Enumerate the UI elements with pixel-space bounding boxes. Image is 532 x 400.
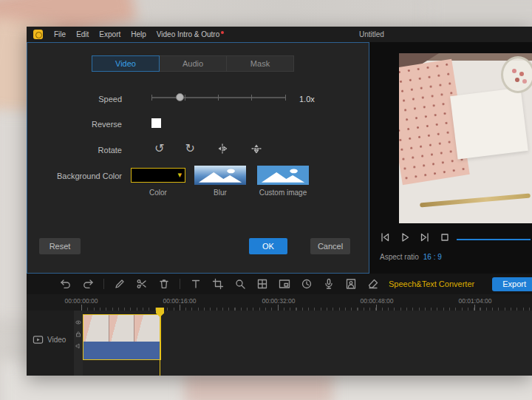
menu-edit[interactable]: Edit: [71, 30, 94, 38]
toolbar-separator: [103, 279, 104, 289]
speed-slider-handle[interactable]: [176, 93, 184, 101]
aspect-ratio-label: Aspect ratio: [380, 253, 419, 261]
mute-speaker-icon[interactable]: [75, 343, 81, 349]
menu-video-intro-outro[interactable]: Video Intro & Outro: [151, 30, 229, 38]
aspect-ratio-value[interactable]: 16 : 9: [423, 253, 442, 261]
preview-panel: Aspect ratio16 : 9: [369, 42, 532, 274]
tab-mask[interactable]: Mask: [226, 55, 294, 72]
menu-bar: File Edit Export Help Video Intro & Outr…: [27, 27, 532, 42]
flip-horizontal-button[interactable]: [216, 142, 229, 155]
menu-export[interactable]: Export: [94, 30, 126, 38]
rotate-right-button[interactable]: ↻: [185, 143, 194, 155]
voiceover-button[interactable]: [322, 277, 335, 291]
duration-button[interactable]: [300, 277, 313, 291]
trash-icon: [158, 278, 170, 290]
export-button[interactable]: Export: [492, 277, 532, 291]
mosaic-button[interactable]: [256, 277, 269, 291]
rotate-left-button[interactable]: ↺: [154, 143, 164, 155]
picture-in-picture-icon: [279, 278, 290, 290]
cancel-button[interactable]: Cancel: [310, 238, 350, 254]
video-track-header: Video: [33, 334, 66, 345]
undo-button[interactable]: [59, 277, 72, 291]
slider-tick: [218, 95, 219, 101]
tab-video[interactable]: Video: [92, 55, 160, 72]
previous-frame-button[interactable]: [378, 231, 392, 244]
speech-text-converter-link[interactable]: Speech&Text Converter: [389, 279, 474, 288]
eraser-icon: [367, 278, 379, 290]
menu-file[interactable]: File: [49, 30, 71, 38]
video-preview: [399, 53, 532, 223]
reverse-label: Reverse: [27, 120, 122, 129]
play-icon: [399, 231, 411, 243]
reset-button[interactable]: Reset: [39, 238, 81, 254]
play-button[interactable]: [398, 231, 412, 244]
magnifier-icon: [234, 278, 246, 290]
flip-vertical-button[interactable]: [250, 142, 263, 155]
rotate-options: ↺ ↻: [154, 142, 263, 155]
track-header-column: Video: [27, 311, 74, 376]
flip-horizontal-icon: [216, 143, 228, 155]
slider-tick: [251, 95, 252, 101]
dialog-tabs: Video Audio Mask: [92, 55, 294, 72]
background-color-picker[interactable]: ▾: [131, 168, 185, 183]
slider-tick: [151, 95, 152, 101]
pip-button[interactable]: [278, 277, 291, 291]
reverse-checkbox[interactable]: [151, 118, 161, 128]
app-logo-icon[interactable]: [33, 30, 43, 39]
ruler-major-ticks: [81, 305, 532, 311]
grid-icon: [256, 278, 268, 290]
speed-value: 1.0x: [299, 95, 315, 104]
speed-slider[interactable]: [151, 92, 286, 104]
custom-image-caption: Custom image: [246, 189, 320, 197]
ruler-tick-label: 00:00:16:00: [163, 297, 197, 305]
scissors-icon: [136, 278, 148, 290]
window-title: Untitled: [359, 27, 384, 42]
ok-button[interactable]: OK: [249, 238, 287, 254]
background-custom-image-option[interactable]: [257, 166, 309, 185]
text-button[interactable]: [189, 277, 202, 291]
redo-button[interactable]: [81, 277, 95, 291]
tab-audio[interactable]: Audio: [159, 55, 227, 72]
stop-button[interactable]: [438, 231, 451, 244]
undo-icon: [60, 278, 72, 290]
clip-audio-band: [83, 342, 160, 359]
app-window: File Edit Export Help Video Intro & Outr…: [27, 27, 532, 376]
blur-caption: Blur: [194, 189, 246, 197]
split-button[interactable]: [135, 277, 149, 291]
timeline-ruler[interactable]: 00:00:00:00 00:00:16:00 00:00:32:00 00:0…: [27, 294, 532, 311]
menu-video-intro-outro-label: Video Intro & Outro: [157, 30, 219, 38]
ruler-tick-label: 00:00:48:00: [361, 297, 394, 305]
speed-slider-track: [151, 97, 286, 98]
next-frame-button[interactable]: [418, 231, 432, 244]
lock-icon[interactable]: [75, 331, 81, 337]
flip-vertical-icon: [250, 143, 262, 155]
edit-button[interactable]: [113, 277, 126, 291]
menu-help[interactable]: Help: [126, 30, 151, 38]
crop-button[interactable]: [211, 277, 225, 291]
zoom-button[interactable]: [233, 277, 247, 291]
chevron-down-icon: ▾: [177, 170, 182, 180]
pencil-icon: [114, 278, 126, 290]
crop-icon: [212, 278, 224, 290]
eraser-button[interactable]: [366, 277, 380, 291]
microphone-icon: [323, 278, 335, 290]
delete-button[interactable]: [157, 277, 171, 291]
video-clip[interactable]: [83, 314, 161, 360]
transport-controls: [378, 231, 451, 244]
ruler-tick-label: 00:00:32:00: [262, 297, 296, 305]
visibility-eye-icon[interactable]: [75, 319, 81, 325]
clock-icon: [301, 278, 313, 290]
toolbar: Speech&Text Converter Export: [27, 274, 532, 294]
preview-photo-card: [450, 87, 528, 159]
aspect-ratio: Aspect ratio16 : 9: [380, 253, 442, 261]
timeline-tracks: Video: [27, 311, 532, 376]
previous-frame-icon: [379, 231, 391, 243]
seek-bar[interactable]: [457, 239, 531, 240]
portrait-button[interactable]: [344, 277, 358, 291]
preview-photo-pen: [420, 193, 531, 207]
background-color-label: Background Color: [27, 172, 122, 180]
stop-icon: [439, 231, 451, 243]
color-caption: Color: [131, 189, 185, 197]
background-blur-option[interactable]: [194, 166, 246, 185]
background-blur-shape: [185, 373, 332, 400]
